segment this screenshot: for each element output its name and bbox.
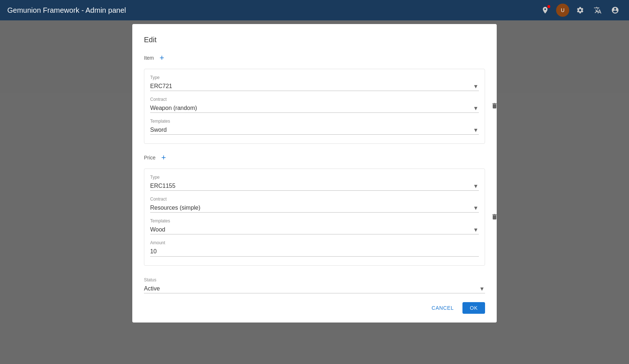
price-section-header: Price + [144,153,485,163]
status-label: Status [144,277,485,282]
user-avatar[interactable]: U [556,4,569,17]
item-card: Type ERC721 ERC1155 ERC20 ▾ Contract [144,69,485,144]
item-templates-field: Templates Sword Bow Staff ▾ [150,119,479,135]
price-type-select[interactable]: ERC721 ERC1155 ERC20 [150,181,479,190]
settings-svg [576,6,584,14]
cancel-button[interactable]: CANCEL [426,302,460,314]
item-section-header: Item + [144,53,485,63]
price-contract-label: Contract [150,197,479,202]
add-price-button[interactable]: + [159,153,169,163]
item-delete-button[interactable] [489,101,497,112]
item-templates-label: Templates [150,119,479,124]
status-section: Status Active Inactive ▾ [144,274,485,293]
price-trash-icon [491,213,497,220]
price-label: Price [144,155,156,161]
price-delete-button[interactable] [489,211,497,223]
item-contract-select[interactable]: Weapon (random) Weapon Armor [150,103,479,112]
price-amount-input[interactable] [150,247,479,256]
price-amount-input-wrapper [150,247,479,257]
item-label: Item [144,55,154,61]
item-contract-select-wrapper: Weapon (random) Weapon Armor ▾ [150,103,479,113]
account-svg [611,6,619,14]
item-type-label: Type [150,75,479,80]
price-contract-select-wrapper: Resources (simple) Resources Gems ▾ [150,203,479,213]
network-icon[interactable] [539,4,552,17]
price-type-select-wrapper: ERC721 ERC1155 ERC20 ▾ [150,181,479,191]
modal-overlay: Edit Item + Type ERC721 ERC1155 ERC20 ▾ [0,20,629,364]
price-contract-select[interactable]: Resources (simple) Resources Gems [150,203,479,212]
status-select[interactable]: Active Inactive [144,284,485,293]
price-type-field: Type ERC721 ERC1155 ERC20 ▾ [150,175,479,191]
dialog-actions: CANCEL OK [144,302,485,314]
item-contract-label: Contract [150,97,479,102]
dialog-title: Edit [144,36,485,44]
price-amount-field: Amount [150,240,479,257]
price-templates-field: Templates Wood Stone Iron ▾ [150,218,479,234]
add-item-button[interactable]: + [157,53,167,63]
price-card: Type ERC721 ERC1155 ERC20 ▾ Contract [144,169,485,266]
price-templates-select-wrapper: Wood Stone Iron ▾ [150,225,479,234]
notification-dot [547,5,550,8]
item-type-select-wrapper: ERC721 ERC1155 ERC20 ▾ [150,82,479,91]
item-type-field: Type ERC721 ERC1155 ERC20 ▾ [150,75,479,91]
topbar: Gemunion Framework - Admin panel U [0,0,629,20]
edit-dialog: Edit Item + Type ERC721 ERC1155 ERC20 ▾ [132,24,497,323]
price-templates-label: Templates [150,218,479,223]
item-templates-select[interactable]: Sword Bow Staff [150,125,479,134]
account-icon[interactable] [609,4,622,17]
trash-icon [491,102,497,110]
topbar-icons: U [539,4,622,17]
item-templates-select-wrapper: Sword Bow Staff ▾ [150,125,479,135]
price-templates-select[interactable]: Wood Stone Iron [150,225,479,234]
status-select-wrapper: Active Inactive ▾ [144,284,485,293]
app-title: Gemunion Framework - Admin panel [7,6,126,15]
avatar-initial: U [561,7,564,13]
price-amount-label: Amount [150,240,479,245]
ok-button[interactable]: OK [462,302,485,314]
item-type-select[interactable]: ERC721 ERC1155 ERC20 [150,82,479,91]
settings-icon[interactable] [574,4,587,17]
price-type-label: Type [150,175,479,180]
translate-icon[interactable] [591,4,604,17]
translate-svg [594,6,602,14]
status-field: Status Active Inactive ▾ [144,277,485,293]
price-contract-field: Contract Resources (simple) Resources Ge… [150,197,479,213]
item-contract-field: Contract Weapon (random) Weapon Armor ▾ [150,97,479,113]
